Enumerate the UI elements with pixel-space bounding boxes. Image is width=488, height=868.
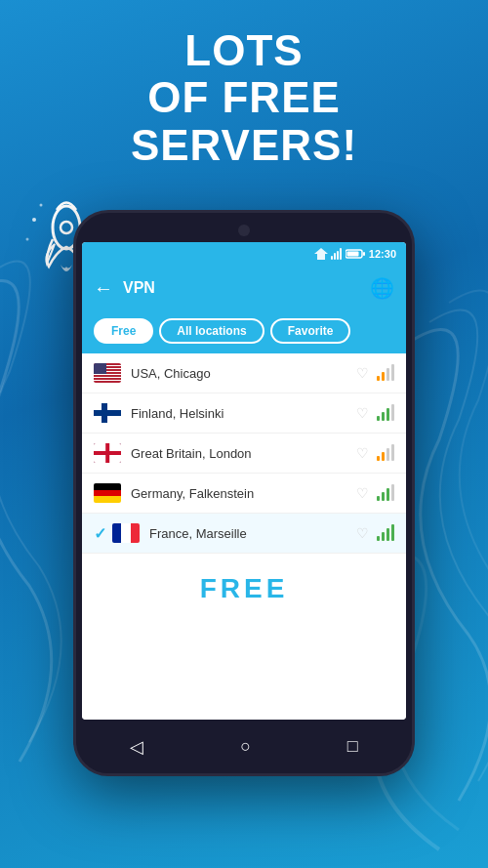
nav-title: VPN (123, 279, 370, 297)
flag-uk-red-vcross (105, 443, 109, 463)
flag-france (112, 523, 140, 543)
flag-uk (94, 443, 121, 463)
svg-point-1 (61, 222, 72, 233)
signal-finland (377, 405, 394, 421)
signal-germany (377, 485, 394, 501)
filter-tabs: Free All locations Favorite (82, 310, 406, 353)
globe-icon[interactable]: 🌐 (370, 276, 394, 300)
svg-rect-7 (334, 253, 336, 260)
phone-mockup: 12:30 ← VPN 🌐 Free All locations Favorit… (73, 210, 415, 776)
svg-rect-9 (340, 248, 342, 260)
svg-point-3 (40, 204, 43, 207)
tab-free[interactable]: Free (94, 318, 153, 344)
server-name-usa: USA, Chicago (131, 366, 356, 381)
heart-icon-germany[interactable]: ♡ (356, 485, 369, 501)
svg-rect-12 (363, 252, 365, 256)
flag-finland (94, 403, 121, 423)
phone-camera (238, 225, 250, 236)
nav-bar: ← VPN 🌐 (82, 266, 406, 310)
signal-france (377, 525, 394, 541)
svg-rect-8 (337, 251, 339, 260)
status-time: 12:30 (369, 248, 396, 260)
server-name-france: France, Marseille (149, 526, 356, 541)
server-item-finland[interactable]: Finland, Helsinki ♡ (82, 393, 406, 434)
server-item-uk[interactable]: Great Britain, London ♡ (82, 434, 406, 474)
phone-menu-button[interactable]: □ (347, 736, 358, 757)
hero-line2: of free (0, 74, 488, 121)
server-item-germany[interactable]: Germany, Falkenstein ♡ (82, 474, 406, 514)
hero-line1: Lots (0, 27, 488, 74)
status-icons (314, 248, 365, 260)
status-bar: 12:30 (82, 242, 406, 266)
phone-screen: 12:30 ← VPN 🌐 Free All locations Favorit… (82, 242, 406, 720)
tab-all-locations[interactable]: All locations (159, 318, 264, 344)
server-name-germany: Germany, Falkenstein (131, 486, 356, 501)
svg-marker-5 (314, 248, 328, 260)
signal-uk (377, 445, 394, 461)
server-item-usa[interactable]: USA, Chicago ♡ (82, 353, 406, 393)
server-list: USA, Chicago ♡ Finland, Helsinki ♡ (82, 353, 406, 720)
svg-point-2 (32, 218, 36, 222)
tab-favorite[interactable]: Favorite (270, 318, 351, 344)
server-name-finland: Finland, Helsinki (131, 406, 356, 421)
back-button[interactable]: ← (94, 277, 113, 300)
heart-icon-finland[interactable]: ♡ (356, 405, 369, 421)
server-item-france[interactable]: ✓ France, Marseille ♡ (82, 514, 406, 554)
phone-back-button[interactable]: ◁ (130, 736, 143, 758)
svg-point-4 (26, 238, 29, 241)
server-name-uk: Great Britain, London (131, 446, 356, 461)
flag-usa (94, 363, 121, 383)
heart-icon-usa[interactable]: ♡ (356, 365, 369, 381)
phone-home-button[interactable]: ○ (240, 736, 251, 757)
heart-icon-france[interactable]: ♡ (356, 525, 369, 541)
svg-rect-11 (346, 252, 358, 257)
svg-rect-6 (331, 256, 333, 260)
phone-bottom-nav: ◁ ○ □ (82, 720, 406, 773)
heart-icon-uk[interactable]: ♡ (356, 445, 369, 461)
free-label: FREE (82, 554, 406, 624)
selected-check-icon: ✓ (94, 524, 106, 543)
flag-germany (94, 483, 121, 503)
hero-line3: servers! (0, 122, 488, 169)
hero-text: Lots of free servers! (0, 27, 488, 169)
signal-usa (377, 365, 394, 381)
